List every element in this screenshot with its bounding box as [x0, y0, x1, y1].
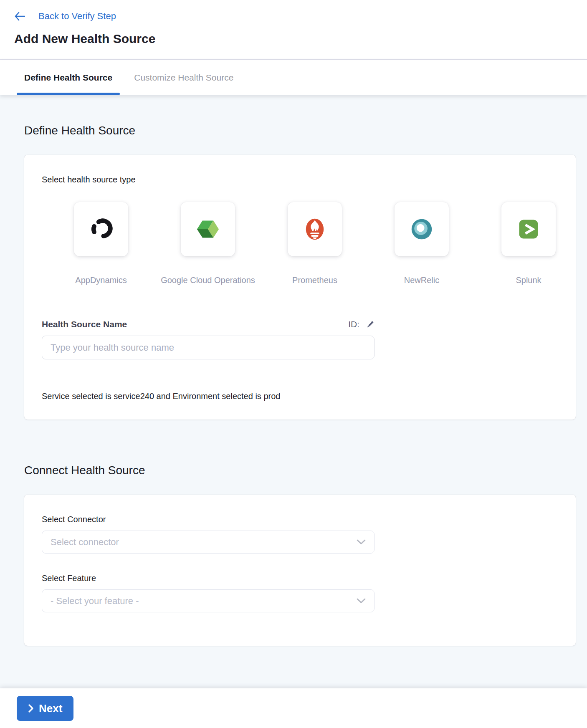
back-to-verify-step-link[interactable]: Back to Verify Step	[14, 11, 116, 22]
health-source-name-input[interactable]	[42, 336, 374, 359]
source-type-splunk[interactable]	[501, 202, 556, 256]
health-source-tabbar: Define Health Source Customize Health So…	[0, 60, 587, 95]
source-type-prometheus[interactable]	[288, 202, 342, 256]
source-type-newrelic[interactable]	[395, 202, 449, 256]
source-type-label: Splunk	[516, 276, 541, 285]
tab-customize-health-source[interactable]: Customize Health Source	[127, 60, 241, 95]
feature-select-placeholder: - Select your feature -	[51, 596, 139, 607]
id-wrap: ID:	[348, 319, 374, 329]
connector-select[interactable]: Select connector	[42, 531, 374, 554]
page-header: Back to Verify Step Add New Health Sourc…	[0, 0, 587, 60]
appdynamics-icon	[89, 217, 113, 241]
newrelic-icon	[410, 217, 433, 241]
chevron-down-icon	[357, 598, 366, 604]
splunk-icon	[517, 217, 540, 241]
feature-select[interactable]: - Select your feature -	[42, 589, 374, 612]
back-arrow-icon	[14, 11, 25, 21]
define-health-source-card: Select health source type	[24, 155, 576, 420]
next-button-label: Next	[39, 702, 62, 715]
edit-id-button[interactable]	[366, 320, 374, 329]
select-connector-label: Select Connector	[42, 515, 106, 524]
google-cloud-operations-icon	[196, 217, 220, 241]
next-button[interactable]: Next	[17, 696, 73, 721]
back-link-label: Back to Verify Step	[38, 11, 116, 22]
connector-select-placeholder: Select connector	[51, 537, 119, 548]
define-section-heading: Define Health Source	[24, 124, 587, 137]
health-source-name-label: Health Source Name	[42, 319, 127, 329]
source-type-label: Google Cloud Operations	[161, 276, 255, 285]
select-type-label: Select health source type	[42, 175, 558, 185]
chevron-down-icon	[357, 539, 366, 545]
drawer-content: Define Health Source Select health sourc…	[0, 95, 587, 688]
source-type-google-cloud-operations[interactable]	[181, 202, 235, 256]
prometheus-icon	[303, 217, 327, 241]
drawer-footer: Next	[0, 688, 587, 728]
source-type-label: Prometheus	[292, 276, 337, 285]
source-type-label: NewRelic	[404, 276, 439, 285]
source-type-labels: AppDynamics Google Cloud Operations Prom…	[48, 276, 558, 285]
source-type-appdynamics[interactable]	[74, 202, 128, 256]
selection-summary-text: Service selected is service240 and Envir…	[42, 392, 558, 401]
tab-define-health-source[interactable]: Define Health Source	[17, 60, 120, 95]
connect-health-source-card: Select Connector Select connector Select…	[24, 495, 576, 646]
select-feature-label: Select Feature	[42, 574, 558, 583]
pencil-icon	[366, 320, 374, 329]
id-label: ID:	[348, 319, 359, 329]
chevron-right-icon	[28, 704, 34, 713]
page-title: Add New Health Source	[14, 32, 587, 46]
source-type-label: AppDynamics	[75, 276, 127, 285]
health-source-name-row: Health Source Name ID:	[42, 319, 374, 329]
source-type-tiles	[48, 202, 558, 256]
connect-section-heading: Connect Health Source	[24, 464, 587, 477]
